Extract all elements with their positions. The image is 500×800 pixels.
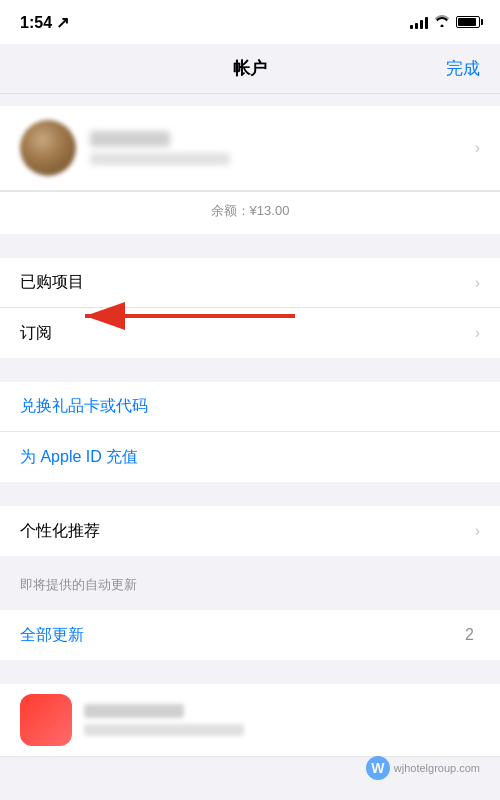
watermark-logo: W: [366, 756, 390, 780]
avatar: [20, 120, 76, 176]
profile-name: [90, 131, 170, 147]
menu-section-1: 已购项目 › 订阅 ›: [0, 258, 500, 358]
app-description: [84, 724, 244, 736]
chevron-right-icon: ›: [475, 324, 480, 342]
nav-header: 帐户 完成: [0, 44, 500, 94]
personalization-section: 个性化推荐 ›: [0, 506, 500, 556]
links-section: 兑换礼品卡或代码 为 Apple ID 充值: [0, 382, 500, 482]
redeem-label: 兑换礼品卡或代码: [20, 396, 480, 417]
upcoming-section-header: 即将提供的自动更新: [0, 568, 500, 598]
watermark: W wjhotelgroup.com: [366, 756, 480, 780]
app-row[interactable]: [0, 684, 500, 757]
page-title: 帐户: [233, 57, 267, 80]
subscriptions-row[interactable]: 订阅 ›: [0, 308, 500, 358]
section-gap-2: [0, 358, 500, 370]
redeem-row[interactable]: 兑换礼品卡或代码: [0, 382, 500, 432]
subscriptions-label: 订阅: [20, 323, 475, 344]
section-gap-1: [0, 234, 500, 246]
purchased-label: 已购项目: [20, 272, 475, 293]
app-name: [84, 704, 184, 718]
update-count: 2: [465, 626, 474, 644]
status-icons: [410, 14, 480, 30]
app-icon: [20, 694, 72, 746]
section-gap-4: [0, 556, 500, 568]
updates-section: 全部更新 2: [0, 610, 500, 660]
done-button[interactable]: 完成: [446, 57, 480, 80]
topup-label: 为 Apple ID 充值: [20, 447, 480, 468]
profile-id: [90, 153, 230, 165]
purchased-row[interactable]: 已购项目 ›: [0, 258, 500, 308]
all-updates-row[interactable]: 全部更新 2: [0, 610, 500, 660]
battery-icon: [456, 16, 480, 28]
app-list-section: [0, 684, 500, 757]
wifi-icon: [434, 14, 450, 30]
chevron-right-icon: ›: [475, 522, 480, 540]
personalize-row[interactable]: 个性化推荐 ›: [0, 506, 500, 556]
chevron-right-icon: ›: [475, 139, 480, 157]
all-updates-label: 全部更新: [20, 625, 465, 646]
watermark-text: wjhotelgroup.com: [394, 762, 480, 774]
status-time: 1:54 ↗: [20, 13, 69, 32]
section-gap-5: [0, 660, 500, 672]
section-gap-3: [0, 482, 500, 494]
personalize-label: 个性化推荐: [20, 521, 475, 542]
balance-display: 余额：¥13.00: [0, 191, 500, 234]
profile-row[interactable]: ›: [0, 106, 500, 191]
chevron-right-icon: ›: [475, 274, 480, 292]
profile-section: › 余额：¥13.00: [0, 106, 500, 234]
topup-row[interactable]: 为 Apple ID 充值: [0, 432, 500, 482]
status-bar: 1:54 ↗: [0, 0, 500, 44]
signal-icon: [410, 15, 428, 29]
